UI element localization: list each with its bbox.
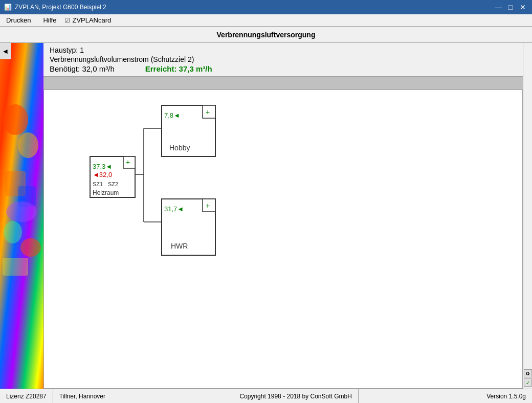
- version-text: Version 1.5.0g: [486, 393, 526, 400]
- diagram-svg: 37,3◄ ◄32,0 SZ1 SZ2 Heizraum + 7,8◄ Hobb…: [44, 90, 522, 388]
- right-panel: ♻ ✓: [523, 43, 532, 389]
- minimize-button[interactable]: —: [493, 2, 503, 12]
- svg-text:Heizraum: Heizraum: [93, 189, 119, 196]
- scroll-btn-2[interactable]: ✓: [524, 378, 532, 387]
- maximize-button[interactable]: □: [505, 2, 516, 12]
- status-copyright: Copyright 1998 - 2018 by ConSoft GmbH: [233, 389, 358, 403]
- svg-point-5: [6, 201, 37, 222]
- menu-drucken[interactable]: Drucken: [2, 15, 35, 25]
- thermal-image-panel: [0, 43, 43, 389]
- section-header: Verbrennungsluftversorgung: [0, 27, 532, 43]
- benoetigt-value: Benötigt: 32,0 m³/h: [50, 64, 115, 73]
- svg-text:31,7◄: 31,7◄: [164, 205, 184, 213]
- svg-point-1: [3, 104, 28, 135]
- svg-text:+: +: [126, 158, 130, 166]
- title-bar-controls: — □ ✕: [493, 2, 528, 12]
- zvplan-card-menu[interactable]: ☑ ZVPLANcard: [64, 16, 111, 24]
- section-title: Verbrennungsluftversorgung: [217, 31, 316, 39]
- svg-text:HWR: HWR: [171, 242, 188, 250]
- svg-text:+: +: [206, 108, 210, 116]
- lizenz-text: Lizenz Z20287: [6, 393, 47, 400]
- svg-point-2: [18, 132, 38, 158]
- status-bar: Lizenz Z20287 Tillner, Hannover Copyrigh…: [0, 389, 532, 403]
- svg-text:37,3◄: 37,3◄: [93, 163, 112, 170]
- back-icon: ◄: [2, 47, 9, 55]
- diagram-canvas: 37,3◄ ◄32,0 SZ1 SZ2 Heizraum + 7,8◄ Hobb…: [43, 89, 523, 389]
- svg-text:7,8◄: 7,8◄: [164, 111, 180, 119]
- checkbox-icon: ☑: [64, 17, 70, 24]
- status-version: Version 1.5.0g: [480, 389, 532, 403]
- title-bar-left: 📊 ZVPLAN, Projekt G600 Beispiel 2: [4, 4, 106, 11]
- haustyp-line: Haustyp: 1: [50, 46, 526, 54]
- title-bar: 📊 ZVPLAN, Projekt G600 Beispiel 2 — □ ✕: [0, 0, 532, 14]
- values-line: Benötigt: 32,0 m³/h Erreicht: 37,3 m³/h: [50, 64, 526, 73]
- svg-text:◄32,0: ◄32,0: [93, 171, 112, 178]
- check-icon: ✓: [526, 380, 530, 386]
- svg-text:SZ1: SZ1: [93, 181, 103, 187]
- svg-point-6: [4, 221, 22, 243]
- menu-hilfe[interactable]: Hilfe: [39, 15, 60, 25]
- copyright-text: Copyright 1998 - 2018 by ConSoft GmbH: [239, 393, 351, 400]
- status-lizenz: Lizenz Z20287: [0, 389, 53, 403]
- svg-text:SZ2: SZ2: [108, 181, 118, 187]
- app-icon: 📊: [4, 4, 12, 11]
- top-info-panel: Haustyp: 1 Verbrennungsluftvolumenstrom …: [43, 43, 532, 77]
- zvplan-card-label: ZVPLANcard: [72, 16, 111, 24]
- verbrennungs-line: Verbrennungsluftvolumenstrom (Schutzziel…: [50, 55, 526, 63]
- name-text: Tillner, Hannover: [59, 393, 105, 400]
- menu-bar: Drucken Hilfe ☑ ZVPLANcard: [0, 14, 532, 27]
- svg-text:Hobby: Hobby: [169, 144, 190, 152]
- recycle-icon: ♻: [525, 371, 530, 376]
- app-title: ZVPLAN, Projekt G600 Beispiel 2: [15, 4, 106, 11]
- svg-point-7: [20, 238, 41, 257]
- close-button[interactable]: ✕: [518, 2, 528, 12]
- erreicht-value: Erreicht: 37,3 m³/h: [145, 64, 212, 73]
- svg-text:+: +: [206, 201, 210, 210]
- thermal-image-svg: [0, 43, 43, 389]
- back-nav-button[interactable]: ◄: [0, 43, 11, 59]
- scroll-btn-1[interactable]: ♻: [524, 369, 532, 377]
- status-name: Tillner, Hannover: [53, 389, 112, 403]
- svg-rect-8: [3, 258, 28, 276]
